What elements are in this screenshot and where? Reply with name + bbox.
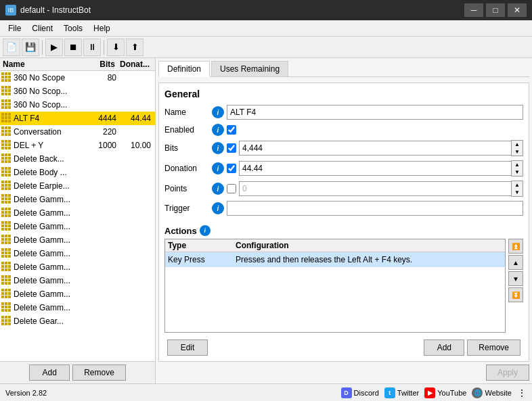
list-item-icon bbox=[1, 208, 12, 218]
discord-icon: D bbox=[341, 387, 352, 398]
bottom-bar: Edit Add Remove bbox=[164, 337, 523, 356]
list-item[interactable]: Delete Gamm... bbox=[0, 247, 155, 260]
list-item-name: Delete Earpie... bbox=[14, 181, 83, 191]
tab-definition[interactable]: Definition bbox=[158, 61, 210, 77]
trigger-input[interactable] bbox=[227, 201, 523, 216]
list-item[interactable]: Conversation 220 bbox=[0, 125, 155, 139]
add-action-button[interactable]: Add bbox=[424, 339, 464, 356]
toolbar-play[interactable]: ▶ bbox=[45, 39, 63, 56]
bits-row: Bits i ▲ ▼ bbox=[164, 140, 523, 156]
actions-info-icon[interactable]: i bbox=[200, 225, 210, 236]
toolbar-up[interactable]: ⬆ bbox=[126, 39, 143, 56]
actions-table-body[interactable]: Key Press Presses and then releases the … bbox=[165, 252, 505, 332]
header-name: Name bbox=[3, 60, 81, 69]
points-checkbox[interactable] bbox=[227, 184, 236, 193]
menu-client[interactable]: Client bbox=[26, 22, 58, 34]
website-link[interactable]: 🌐 Website bbox=[472, 387, 512, 398]
list-item[interactable]: Delete Gamm... bbox=[0, 220, 155, 233]
points-down-button[interactable]: ▼ bbox=[512, 189, 523, 196]
more-options-icon[interactable]: ⋮ bbox=[517, 387, 527, 398]
list-item[interactable]: ALT F4 4444 44.44 bbox=[0, 112, 155, 125]
toolbar-save[interactable]: 💾 bbox=[22, 39, 39, 56]
menu-tools[interactable]: Tools bbox=[58, 22, 88, 34]
action-down-button[interactable]: ▼ bbox=[508, 271, 523, 286]
edit-button[interactable]: Edit bbox=[167, 339, 208, 356]
list-scroll[interactable]: 360 No Scope 80 360 No Scop... 360 No Sc… bbox=[0, 71, 155, 361]
toolbar-pause[interactable]: ⏸ bbox=[83, 39, 101, 56]
section-title: General bbox=[164, 89, 523, 99]
list-item-icon bbox=[1, 154, 12, 164]
list-remove-button[interactable]: Remove bbox=[72, 364, 126, 381]
list-item-name: Delete Gamm... bbox=[14, 249, 83, 258]
list-item[interactable]: 360 No Scope 80 bbox=[0, 71, 155, 85]
website-icon: 🌐 bbox=[472, 387, 483, 398]
list-item[interactable]: DEL + Y 1000 10.00 bbox=[0, 139, 155, 152]
donation-checkbox[interactable] bbox=[227, 164, 236, 173]
tab-uses-remaining[interactable]: Uses Remaining bbox=[211, 61, 288, 76]
list-item[interactable]: Delete Gamm... bbox=[0, 233, 155, 247]
donation-info-icon[interactable]: i bbox=[212, 162, 224, 174]
list-item[interactable]: Delete Body ... bbox=[0, 166, 155, 179]
points-up-button[interactable]: ▲ bbox=[512, 181, 523, 189]
bits-info-icon[interactable]: i bbox=[212, 142, 224, 154]
tabs: Definition Uses Remaining bbox=[158, 61, 529, 77]
twitter-link[interactable]: t Twitter bbox=[384, 387, 419, 398]
donation-input[interactable] bbox=[239, 161, 511, 176]
main-content: Name Bits Donat... 360 No Scope 80 360 N… bbox=[0, 58, 532, 383]
action-top-button[interactable]: ⏫ bbox=[508, 239, 523, 254]
list-item-name: Delete Gamm... bbox=[14, 195, 83, 204]
maximize-button[interactable]: □ bbox=[486, 3, 505, 17]
points-input[interactable] bbox=[239, 181, 511, 196]
youtube-link[interactable]: ▶ YouTube bbox=[424, 387, 466, 398]
bits-input[interactable] bbox=[239, 141, 511, 156]
menu-file[interactable]: File bbox=[3, 22, 26, 34]
name-input[interactable] bbox=[227, 105, 523, 120]
toolbar-stop[interactable]: ⏹ bbox=[64, 39, 82, 56]
list-item-icon bbox=[1, 235, 12, 245]
enabled-info-icon[interactable]: i bbox=[212, 124, 224, 136]
bits-up-button[interactable]: ▲ bbox=[512, 141, 523, 148]
close-button[interactable]: ✕ bbox=[508, 3, 527, 17]
apply-button[interactable]: Apply bbox=[486, 364, 529, 381]
list-item-icon bbox=[1, 181, 12, 191]
discord-link[interactable]: D Discord bbox=[341, 387, 379, 398]
toolbar-new[interactable]: 📄 bbox=[3, 39, 20, 56]
remove-action-button[interactable]: Remove bbox=[467, 339, 520, 356]
list-item-bits: 4444 bbox=[83, 114, 116, 123]
list-item-name: 360 No Scop... bbox=[14, 100, 83, 110]
action-up-button[interactable]: ▲ bbox=[508, 255, 523, 270]
enabled-checkbox[interactable] bbox=[227, 125, 236, 135]
list-item[interactable]: Delete Gamm... bbox=[0, 287, 155, 301]
list-item[interactable]: 360 No Scop... bbox=[0, 85, 155, 98]
list-item[interactable]: Delete Gamm... bbox=[0, 193, 155, 206]
action-bottom-button[interactable]: ⏬ bbox=[508, 287, 523, 302]
app-icon: IB bbox=[5, 5, 16, 16]
list-item-icon bbox=[1, 126, 12, 137]
list-item[interactable]: Delete Gamm... bbox=[0, 260, 155, 274]
minimize-button[interactable]: ─ bbox=[464, 3, 483, 17]
action-row[interactable]: Key Press Presses and then releases the … bbox=[165, 252, 505, 267]
list-header: Name Bits Donat... bbox=[0, 58, 155, 71]
enabled-label: Enabled bbox=[164, 125, 212, 135]
bits-down-button[interactable]: ▼ bbox=[512, 148, 523, 156]
list-item[interactable]: Delete Gamm... bbox=[0, 274, 155, 287]
right-panel: Definition Uses Remaining General Name i… bbox=[156, 58, 532, 383]
list-item[interactable]: Delete Gear... bbox=[0, 314, 155, 328]
name-info-icon[interactable]: i bbox=[212, 106, 224, 118]
list-item[interactable]: Delete Gamm... bbox=[0, 206, 155, 220]
list-item[interactable]: Delete Earpie... bbox=[0, 179, 155, 193]
bits-checkbox[interactable] bbox=[227, 143, 236, 153]
youtube-icon: ▶ bbox=[424, 387, 435, 398]
list-item[interactable]: Delete Gamm... bbox=[0, 301, 155, 314]
donation-down-button[interactable]: ▼ bbox=[512, 168, 523, 176]
actions-title: Actions bbox=[164, 226, 197, 236]
menu-help[interactable]: Help bbox=[88, 22, 116, 34]
list-item[interactable]: 360 No Scop... bbox=[0, 98, 155, 112]
trigger-info-icon[interactable]: i bbox=[212, 202, 224, 214]
list-item[interactable]: Delete Back... bbox=[0, 152, 155, 166]
list-item-name: DEL + Y bbox=[14, 141, 83, 150]
toolbar-down[interactable]: ⬇ bbox=[107, 39, 125, 56]
list-add-button[interactable]: Add bbox=[29, 364, 70, 381]
points-info-icon[interactable]: i bbox=[212, 183, 224, 195]
donation-up-button[interactable]: ▲ bbox=[512, 161, 523, 168]
